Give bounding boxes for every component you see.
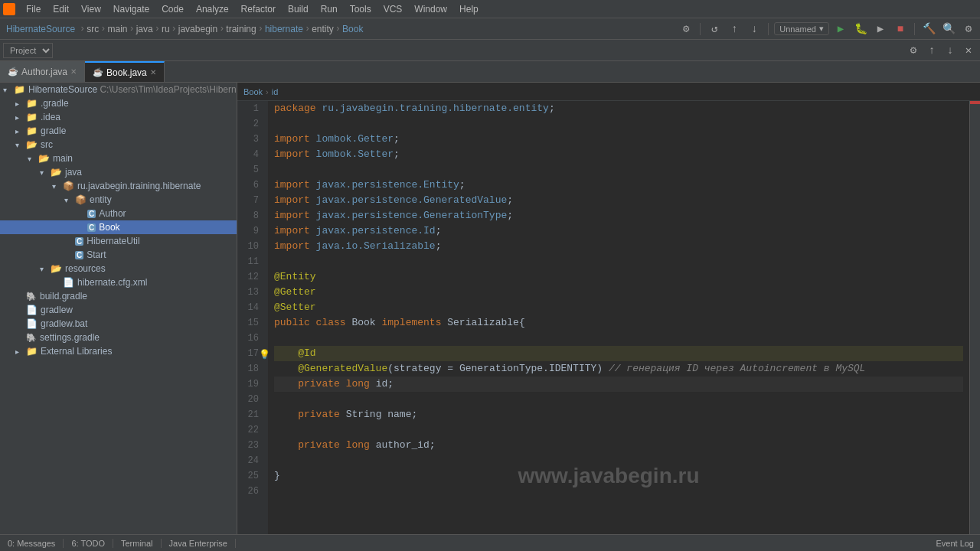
tree-item-entity[interactable]: ▾📦entity <box>0 193 237 207</box>
stop-button[interactable]: ■ <box>892 21 909 37</box>
bc-training[interactable]: training <box>226 24 256 34</box>
menu-item-window[interactable]: Window <box>408 2 453 16</box>
status-event-log[interactable]: Event Log <box>936 539 974 548</box>
code-line-12[interactable]: @Entity <box>274 269 963 285</box>
toolbar-btn-4[interactable]: ✕ <box>960 42 977 59</box>
run-button[interactable]: ▶ <box>832 21 849 37</box>
bc-main[interactable]: main <box>107 24 127 34</box>
code-line-7[interactable]: import javax.persistence.GeneratedValue; <box>274 193 963 208</box>
build-btn[interactable]: 🔨 <box>920 21 937 37</box>
tree-item-hibernate-cfg-xml[interactable]: 📄hibernate.cfg.xml <box>0 276 237 289</box>
tree-item-gradle[interactable]: ▸📁gradle <box>0 124 237 138</box>
code-line-9[interactable]: import javax.persistence.Id; <box>274 223 963 239</box>
toolbar-sync-btn[interactable]: ↺ <box>706 21 723 37</box>
code-editor[interactable]: 1234567891011121314151617181920212223242… <box>237 101 980 534</box>
code-line-14[interactable]: @Setter <box>274 300 963 315</box>
bc-ru[interactable]: ru <box>162 24 170 34</box>
code-line-5[interactable] <box>274 162 963 178</box>
code-line-26[interactable] <box>274 484 963 499</box>
menu-item-build[interactable]: Build <box>282 2 315 16</box>
bc-book[interactable]: Book <box>342 24 363 34</box>
tree-item--gradle[interactable]: ▸📁.gradle <box>0 96 237 110</box>
run-config-selector[interactable]: Unnamed ▾ <box>774 22 829 35</box>
tree-item-src[interactable]: ▾📂src <box>0 138 237 152</box>
menu-item-analyze[interactable]: Analyze <box>190 2 235 16</box>
code-line-4[interactable]: import lombok.Setter; <box>274 147 963 162</box>
code-line-25[interactable]: } <box>274 468 963 484</box>
menu-item-edit[interactable]: Edit <box>47 2 75 16</box>
tree-item-Author[interactable]: CAuthor <box>0 207 237 220</box>
code-content[interactable]: package ru.javabegin.training.hibernate.… <box>268 101 969 534</box>
status-tab-todo[interactable]: 6: TODO <box>64 539 113 548</box>
toolbar-search-btn[interactable]: 🔍 <box>940 21 957 37</box>
code-line-21[interactable]: private String name; <box>274 407 963 422</box>
bc-hibernate[interactable]: hibernate <box>265 24 303 34</box>
menu-item-view[interactable]: View <box>75 2 107 16</box>
tab-book-java[interactable]: ☕ Book.java ✕ <box>85 61 165 82</box>
menu-item-help[interactable]: Help <box>453 2 485 16</box>
code-line-16[interactable] <box>274 331 963 346</box>
menu-item-navigate[interactable]: Navigate <box>107 2 155 16</box>
code-line-22[interactable] <box>274 422 963 438</box>
status-tab-java-enterprise[interactable]: Java Enterprise <box>162 539 236 548</box>
editor-bc-book[interactable]: Book <box>243 87 263 96</box>
toolbar-settings-btn[interactable]: ⚙ <box>678 21 694 37</box>
code-line-10[interactable]: import java.io.Serializable; <box>274 239 963 254</box>
tree-item-HibernateUtil[interactable]: CHibernateUtil <box>0 234 237 248</box>
toolbar-gear-btn[interactable]: ⚙ <box>960 21 977 37</box>
code-line-18[interactable]: @GeneratedValue(strategy = GenerationTyp… <box>274 361 963 377</box>
code-line-15[interactable]: public class Book implements Serializabl… <box>274 315 963 331</box>
tab-close-book[interactable]: ✕ <box>150 68 156 77</box>
toolbar-up-btn[interactable]: ↑ <box>726 21 743 37</box>
toolbar-down-btn[interactable]: ↓ <box>746 21 763 37</box>
code-line-13[interactable]: @Getter <box>274 285 963 300</box>
tab-close-author[interactable]: ✕ <box>70 67 77 76</box>
tree-item-Book[interactable]: CBook <box>0 220 237 234</box>
toolbar-btn-1[interactable]: ⚙ <box>905 42 922 59</box>
code-line-1[interactable]: package ru.javabegin.training.hibernate.… <box>274 101 963 116</box>
code-line-17[interactable]: 💡 @Id <box>274 346 963 361</box>
status-tab-messages[interactable]: 0: Messages <box>0 539 64 548</box>
tree-item-main[interactable]: ▾📂main <box>0 152 237 165</box>
toolbar-btn-3[interactable]: ↓ <box>942 42 959 59</box>
code-line-2[interactable] <box>274 116 963 132</box>
tree-item--idea[interactable]: ▸📁.idea <box>0 110 237 124</box>
tree-icon-gradle: 🐘 <box>26 333 37 343</box>
menu-item-run[interactable]: Run <box>315 2 344 16</box>
menu-item-code[interactable]: Code <box>155 2 190 16</box>
code-line-23[interactable]: private long author_id; <box>274 438 963 453</box>
project-type-selector[interactable]: Project <box>3 43 53 58</box>
editor-bc-id[interactable]: id <box>272 87 279 96</box>
tree-item-ru-javabegin-training-hibernate[interactable]: ▾📦ru.javabegin.training.hibernate <box>0 179 237 193</box>
code-line-11[interactable] <box>274 254 963 269</box>
bc-java[interactable]: java <box>136 24 153 34</box>
code-line-24[interactable] <box>274 453 963 468</box>
menu-item-file[interactable]: File <box>20 2 47 16</box>
bc-entity[interactable]: entity <box>312 24 334 34</box>
tree-item-resources[interactable]: ▾📂resources <box>0 262 237 276</box>
tree-item-settings-gradle[interactable]: 🐘settings.gradle <box>0 331 237 344</box>
tree-item-External Libraries[interactable]: ▸📁External Libraries <box>0 344 237 358</box>
code-line-19[interactable]: private long id; <box>274 377 963 392</box>
code-line-20[interactable] <box>274 392 963 407</box>
toolbar-btn-2[interactable]: ↑ <box>923 42 940 59</box>
tab-author-java[interactable]: ☕ Author.java ✕ <box>0 61 85 82</box>
menu-item-vcs[interactable]: VCS <box>377 2 409 16</box>
bc-src[interactable]: src <box>87 24 99 34</box>
tree-item-Start[interactable]: CStart <box>0 248 237 262</box>
tree-item-build-gradle[interactable]: 🐘build.gradle <box>0 289 237 303</box>
lightbulb-icon[interactable]: 💡 <box>259 347 270 363</box>
tree-item-HibernateSource[interactable]: ▾📁HibernateSource C:\Users\Tim\IdeaProje… <box>0 83 237 96</box>
tree-item-java[interactable]: ▾📂java <box>0 165 237 179</box>
tree-item-gradlew[interactable]: 📄gradlew <box>0 303 237 317</box>
status-tab-terminal[interactable]: Terminal <box>113 539 162 548</box>
menu-item-tools[interactable]: Tools <box>344 2 377 16</box>
bc-javabegin[interactable]: javabegin <box>178 24 217 34</box>
code-line-3[interactable]: import lombok.Getter; <box>274 132 963 147</box>
menu-item-refactor[interactable]: Refactor <box>235 2 282 16</box>
debug-button[interactable]: 🐛 <box>852 21 869 37</box>
tree-item-gradlew-bat[interactable]: 📄gradlew.bat <box>0 317 237 331</box>
code-line-8[interactable]: import javax.persistence.GenerationType; <box>274 208 963 223</box>
code-line-6[interactable]: import javax.persistence.Entity; <box>274 178 963 193</box>
run-with-coverage-btn[interactable]: ▶ <box>872 21 889 37</box>
